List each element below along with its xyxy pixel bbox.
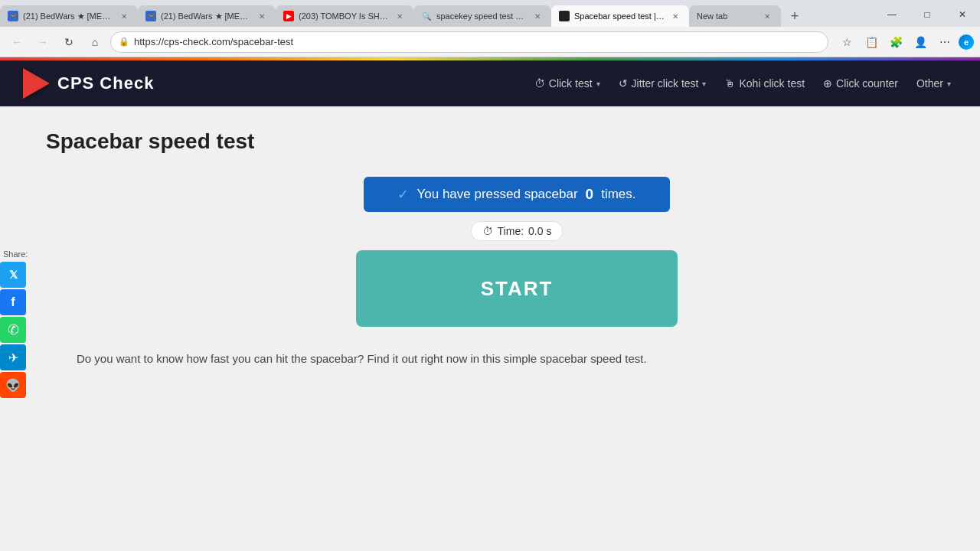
description-text: Do you want to know how fast you can hit…	[77, 350, 727, 368]
click-test-icon: ⏱	[534, 77, 545, 90]
jitter-dropdown-icon: ▾	[702, 80, 706, 88]
minimize-button[interactable]: —	[874, 2, 910, 27]
spacebar-status-box: ✓ You have pressed spacebar 0 times.	[364, 177, 670, 212]
window-controls: — □ ✕	[874, 2, 980, 27]
forward-button[interactable]: →	[32, 31, 54, 53]
star-button[interactable]: ☆	[836, 31, 858, 53]
main-content: Share: 𝕏 f ✆ ✈ 👽 Spacebar speed test ✓ Y…	[0, 106, 980, 550]
kohi-icon: 🖱	[724, 77, 735, 90]
tab-label-5: Spacebar speed test | 10 se...	[574, 11, 665, 21]
jitter-label: Jitter click test	[632, 77, 699, 90]
tab-label-2: (21) BedWars ★ [MERCHA...	[161, 11, 251, 21]
test-area: ✓ You have pressed spacebar 0 times. ⏱ T…	[77, 177, 957, 327]
tab-close-2[interactable]: ✕	[256, 10, 268, 22]
tab-label-3: (203) TOMBOY Is SHAMED	[299, 11, 389, 21]
tab-close-4[interactable]: ✕	[531, 10, 544, 22]
collections-button[interactable]: 📋	[861, 31, 882, 53]
tab-favicon-5	[559, 11, 570, 21]
tab-label-6: New tab	[697, 11, 727, 21]
url-text: https://cps-check.com/spacebar-test	[134, 36, 293, 47]
nav-click-test[interactable]: ⏱ Click test ▾	[528, 73, 606, 94]
nav-kohi-click[interactable]: 🖱 Kohi click test	[718, 73, 811, 94]
nav-click-counter[interactable]: ⊕ Click counter	[817, 73, 904, 94]
logo-text: CPS Check	[57, 73, 154, 93]
jitter-icon: ↺	[619, 77, 628, 90]
status-suffix: times.	[601, 187, 635, 202]
kohi-label: Kohi click test	[739, 77, 805, 90]
tab-label-4: spacekey speed test - Sear...	[436, 11, 527, 21]
refresh-button[interactable]: ↻	[58, 31, 80, 53]
lock-icon: 🔒	[119, 37, 129, 47]
tab-tomboy[interactable]: ▶ (203) TOMBOY Is SHAMED ✕	[276, 5, 413, 27]
close-button[interactable]: ✕	[945, 2, 980, 27]
start-button[interactable]: START	[356, 250, 678, 327]
spacebar-count: 0	[586, 186, 594, 203]
tab-spacebar-active[interactable]: Spacebar speed test | 10 se... ✕	[551, 5, 689, 27]
tab-close-1[interactable]: ✕	[118, 10, 130, 22]
tab-close-6[interactable]: ✕	[761, 10, 773, 22]
status-prefix: You have pressed spacebar	[416, 187, 577, 202]
tab-favicon-2: 🎮	[145, 11, 156, 21]
time-label: Time:	[498, 225, 524, 237]
counter-label: Click counter	[836, 77, 898, 90]
home-button[interactable]: ⌂	[84, 31, 106, 53]
new-tab-button[interactable]: +	[784, 5, 805, 27]
settings-button[interactable]: ⋯	[934, 31, 956, 53]
tab-label-1: (21) BedWars ★ [MERCHA...	[23, 11, 113, 21]
check-icon: ✓	[397, 186, 409, 203]
nav-items: ⏱ Click test ▾ ↺ Jitter click test ▾ 🖱 K…	[528, 73, 957, 94]
share-label: Share:	[0, 248, 31, 260]
tab-favicon-1: 🎮	[8, 11, 18, 21]
browser-toolbar: ← → ↻ ⌂ 🔒 https://cps-check.com/spacebar…	[0, 27, 980, 57]
logo-area[interactable]: CPS Check	[23, 68, 154, 99]
telegram-share-button[interactable]: ✈	[0, 344, 26, 370]
facebook-share-button[interactable]: f	[0, 289, 26, 315]
tab-close-5[interactable]: ✕	[669, 10, 681, 22]
share-sidebar: Share: 𝕏 f ✆ ✈ 👽	[0, 248, 31, 398]
profile-button[interactable]: 👤	[910, 31, 931, 53]
tab-favicon-4: 🔍	[421, 11, 432, 21]
other-dropdown-icon: ▾	[947, 80, 951, 88]
tab-bedwars-1[interactable]: 🎮 (21) BedWars ★ [MERCHA... ✕	[0, 5, 138, 27]
tab-new[interactable]: New tab ✕	[689, 5, 781, 27]
maximize-button[interactable]: □	[910, 2, 945, 27]
whatsapp-share-button[interactable]: ✆	[0, 317, 26, 343]
tabs-row: 🎮 (21) BedWars ★ [MERCHA... ✕ 🎮 (21) Bed…	[0, 0, 980, 27]
page-title: Spacebar speed test	[46, 129, 957, 154]
other-label: Other	[916, 77, 943, 90]
time-box: ⏱ Time: 0.0 s	[471, 221, 564, 241]
edge-logo: e	[959, 34, 974, 50]
address-bar[interactable]: 🔒 https://cps-check.com/spacebar-test	[110, 31, 828, 53]
back-button[interactable]: ←	[6, 31, 28, 53]
clock-icon: ⏱	[482, 225, 493, 237]
click-test-label: Click test	[549, 77, 593, 90]
nav-jitter-click[interactable]: ↺ Jitter click test ▾	[612, 73, 713, 94]
tab-favicon-3: ▶	[283, 11, 294, 21]
tab-search[interactable]: 🔍 spacekey speed test - Sear... ✕	[413, 5, 551, 27]
reddit-share-button[interactable]: 👽	[0, 372, 26, 398]
site-navbar: CPS Check ⏱ Click test ▾ ↺ Jitter click …	[0, 60, 980, 106]
time-value: 0.0 s	[528, 225, 551, 237]
counter-icon: ⊕	[823, 77, 832, 90]
tab-close-3[interactable]: ✕	[394, 10, 406, 22]
extensions-button[interactable]: 🧩	[885, 31, 906, 53]
nav-other[interactable]: Other ▾	[910, 73, 957, 94]
click-test-dropdown-icon: ▾	[596, 80, 600, 88]
logo-arrow-icon	[23, 68, 50, 99]
tab-bedwars-2[interactable]: 🎮 (21) BedWars ★ [MERCHA... ✕	[138, 5, 276, 27]
twitter-share-button[interactable]: 𝕏	[0, 262, 26, 288]
browser-actions: ☆ 📋 🧩 👤 ⋯ e	[836, 31, 974, 53]
browser-window: 🎮 (21) BedWars ★ [MERCHA... ✕ 🎮 (21) Bed…	[0, 0, 980, 550]
